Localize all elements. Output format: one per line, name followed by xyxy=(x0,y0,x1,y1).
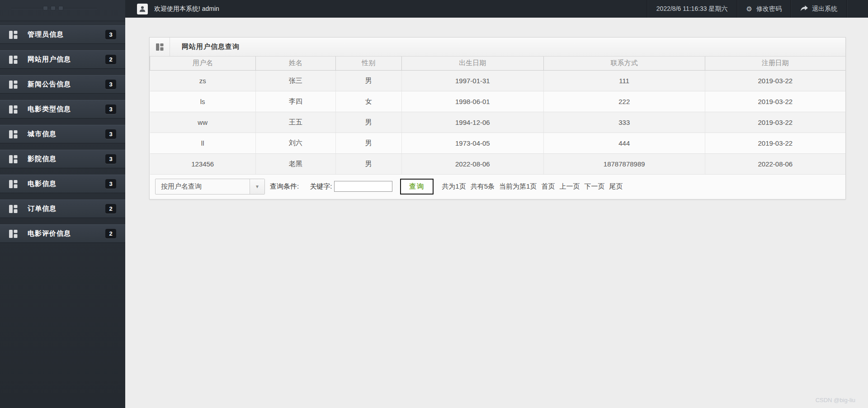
cell-contact: 444 xyxy=(543,133,705,153)
user-table: 用户名 姓名 性别 出生日期 联系方式 注册日期 zs 张三 男 xyxy=(150,57,845,175)
cell-username: ls xyxy=(150,91,256,112)
datetime-text: 2022/8/6 11:16:33 星期六 xyxy=(656,5,728,13)
pagination-next-link[interactable]: 下一页 xyxy=(584,182,604,191)
cell-name: 刘六 xyxy=(255,133,335,153)
sidebar-menu-item[interactable]: 订单信息 2 xyxy=(0,199,125,218)
sidebar-menu-item[interactable]: 网站用户信息 2 xyxy=(0,50,125,69)
dropdown-selected-value: 按用户名查询 xyxy=(156,182,250,191)
panel-title: 网站用户信息查询 xyxy=(182,43,240,51)
sidebar-item-label: 管理员信息 xyxy=(28,30,105,39)
cell-username: ll xyxy=(150,133,256,153)
search-type-dropdown[interactable]: 按用户名查询 ▼ xyxy=(155,179,265,195)
cell-gender: 男 xyxy=(335,153,401,174)
cell-birthdate: 1994-12-06 xyxy=(401,112,543,133)
sidebar-menu-item[interactable]: 电影类型信息 3 xyxy=(0,100,125,119)
pagination-last-link[interactable]: 尾页 xyxy=(609,182,623,191)
table-body: zs 张三 男 1997-01-31 111 2019-03-22 ls 李四 … xyxy=(150,70,846,174)
table-header-cell: 性别 xyxy=(335,57,401,70)
csdn-watermark: CSDN @big-liu xyxy=(816,397,855,403)
cell-regdate: 2019-03-22 xyxy=(705,91,845,112)
cell-contact: 222 xyxy=(543,91,705,112)
sidebar-menu-item[interactable]: 影院信息 3 xyxy=(0,150,125,168)
cell-username: ww xyxy=(150,112,256,133)
cell-username: 123456 xyxy=(150,153,256,174)
cell-name: 王五 xyxy=(255,112,335,133)
sidebar-item-label: 电影信息 xyxy=(28,180,105,188)
change-password-button[interactable]: ⚙ 修改密码 xyxy=(737,0,791,18)
cell-gender: 男 xyxy=(335,133,401,153)
sidebar-item-label: 城市信息 xyxy=(28,130,105,138)
cell-birthdate: 1998-06-01 xyxy=(401,91,543,112)
sidebar-item-label: 电影评价信息 xyxy=(28,229,105,238)
table-row: zs 张三 男 1997-01-31 111 2019-03-22 xyxy=(150,70,846,91)
sidebar-item-badge: 3 xyxy=(105,30,116,39)
pagination-total-records: 共有5条 xyxy=(471,182,495,191)
search-toolbar: 按用户名查询 ▼ 查询条件: 关键字: 查询 共为1页 共有5条 当前为第1页 … xyxy=(150,175,845,199)
table-row: ww 王五 男 1994-12-06 333 2019-03-22 xyxy=(150,112,846,133)
sidebar-menu-item[interactable]: 电影评价信息 2 xyxy=(0,224,125,243)
cell-name: 老黑 xyxy=(255,153,335,174)
sidebar-item-badge: 3 xyxy=(105,129,116,139)
pagination: 共为1页 共有5条 当前为第1页 首页 上一页 下一页 尾页 xyxy=(442,182,623,191)
condition-label: 查询条件: xyxy=(270,182,299,191)
panel-grid-icon xyxy=(150,38,170,56)
cell-regdate: 2019-03-22 xyxy=(705,112,845,133)
cell-gender: 女 xyxy=(335,91,401,112)
sidebar-item-label: 订单信息 xyxy=(28,204,105,213)
table-header-cell: 用户名 xyxy=(150,57,256,70)
user-avatar-icon xyxy=(137,4,148,14)
sidebar-item-badge: 2 xyxy=(105,55,116,64)
sidebar-item-label: 电影类型信息 xyxy=(28,105,105,114)
gear-icon: ⚙ xyxy=(746,5,752,13)
pagination-first-link[interactable]: 首页 xyxy=(541,182,555,191)
table-row: ll 刘六 男 1973-04-05 444 2019-03-22 xyxy=(150,133,846,153)
chevron-down-icon: ▼ xyxy=(250,179,264,194)
sidebar-menu-item[interactable]: 管理员信息 3 xyxy=(0,25,125,44)
sidebar-collapse-handle[interactable] xyxy=(43,6,63,10)
table-header-cell: 出生日期 xyxy=(401,57,543,70)
keyword-label: 关键字: xyxy=(310,182,332,191)
topbar: 欢迎使用本系统! admin 2022/8/6 11:16:33 星期六 ⚙ 修… xyxy=(125,0,868,18)
table-row: ls 李四 女 1998-06-01 222 2019-03-22 xyxy=(150,91,846,112)
sidebar-item-badge: 3 xyxy=(105,179,116,189)
keyword-input[interactable] xyxy=(334,181,392,192)
sidebar-item-label: 影院信息 xyxy=(28,155,105,163)
cell-birthdate: 1997-01-31 xyxy=(401,70,543,91)
pagination-prev-link[interactable]: 上一页 xyxy=(559,182,580,191)
sidebar-header xyxy=(0,0,125,21)
sidebar-item-badge: 3 xyxy=(105,154,116,164)
cell-name: 李四 xyxy=(255,91,335,112)
cell-contact: 333 xyxy=(543,112,705,133)
table-row: 123456 老黑 男 2022-08-06 18787878989 2022-… xyxy=(150,153,846,174)
topbar-welcome-area: 欢迎使用本系统! admin xyxy=(125,0,647,18)
panel-title-bar: 网站用户信息查询 xyxy=(150,38,845,57)
user-query-panel: 网站用户信息查询 用户名 姓名 性别 出生日期 联系方式 注册日期 xyxy=(149,37,846,199)
table-header-cell: 姓名 xyxy=(255,57,335,70)
grid-layout-icon xyxy=(9,105,18,114)
grid-layout-icon xyxy=(9,31,18,39)
search-button[interactable]: 查询 xyxy=(400,179,434,195)
sidebar-menu-item[interactable]: 新闻公告信息 3 xyxy=(0,75,125,94)
sidebar-menu-item[interactable]: 城市信息 3 xyxy=(0,125,125,143)
cell-regdate: 2022-08-06 xyxy=(705,153,845,174)
grid-layout-icon xyxy=(9,81,18,89)
sidebar-menu: 管理员信息 3 网站用户信息 2 xyxy=(0,21,125,243)
logout-label: 退出系统 xyxy=(812,5,837,13)
cell-contact: 18787878989 xyxy=(543,153,705,174)
sidebar-item-label: 新闻公告信息 xyxy=(28,80,105,89)
grid-layout-icon xyxy=(9,180,18,188)
cell-birthdate: 2022-08-06 xyxy=(401,153,543,174)
change-password-label: 修改密码 xyxy=(756,5,782,13)
sidebar-item-badge: 3 xyxy=(105,104,116,114)
sidebar-item-badge: 2 xyxy=(105,229,116,238)
topbar-spacer xyxy=(846,0,868,18)
datetime-display: 2022/8/6 11:16:33 星期六 xyxy=(647,0,737,18)
cell-regdate: 2019-03-22 xyxy=(705,70,845,91)
grid-layout-icon xyxy=(9,230,18,238)
sidebar-menu-item[interactable]: 电影信息 3 xyxy=(0,175,125,193)
grid-layout-icon xyxy=(9,155,18,163)
logout-button[interactable]: 退出系统 xyxy=(791,0,846,18)
cell-contact: 111 xyxy=(543,70,705,91)
dot-icon xyxy=(51,6,56,10)
dot-icon xyxy=(43,6,48,10)
